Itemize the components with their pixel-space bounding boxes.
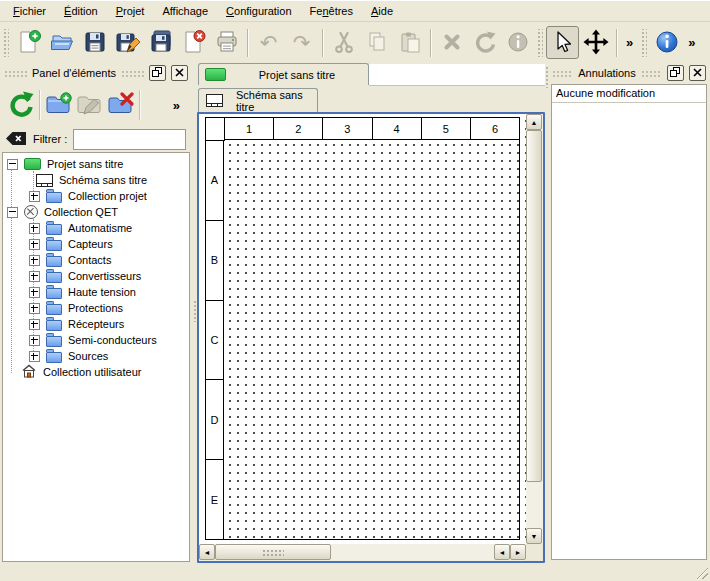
close-panel-button[interactable] xyxy=(171,65,188,81)
tree-item-projet-sans-titre[interactable]: Projet sans titre xyxy=(3,156,189,172)
diagram-frame: 1 2 3 4 5 6 A B C D E xyxy=(205,117,520,540)
open-project-button[interactable] xyxy=(45,26,78,59)
tab-projet-sans-titre[interactable]: Projet sans titre xyxy=(198,63,369,85)
scroll-left-button[interactable]: ◄ xyxy=(199,544,215,560)
filter-label: Filtrer : xyxy=(33,133,67,145)
expand-expander-icon[interactable] xyxy=(29,271,40,282)
schema-view: 1 2 3 4 5 6 A B C D E ▲ ▼ xyxy=(197,112,545,563)
tree-item-automatisme[interactable]: Automatisme xyxy=(3,220,189,236)
collapse-expander-icon[interactable] xyxy=(7,207,18,218)
tree-item-haute-tension[interactable]: Haute tension xyxy=(3,284,189,300)
undo-panel-titlebar[interactable]: Annulations xyxy=(548,62,710,84)
panel-more-chevron[interactable]: » xyxy=(168,98,185,113)
tree-item-collection-utilisateur[interactable]: Collection utilisateur xyxy=(3,364,189,380)
delete-button[interactable] xyxy=(435,26,468,59)
float-panel-button[interactable] xyxy=(667,65,684,81)
elements-panel: Panel d'éléments » Filtrer : xyxy=(0,62,192,581)
menu-configuration[interactable]: Configuration xyxy=(217,3,300,20)
menu-affichage[interactable]: Affichage xyxy=(153,3,217,20)
about-qet-button[interactable] xyxy=(650,26,683,59)
close-document-button[interactable] xyxy=(177,26,210,59)
horizontal-scrollbar[interactable]: ◄ ◄ ► xyxy=(199,544,526,561)
expand-expander-icon[interactable] xyxy=(29,319,40,330)
save-all-button[interactable] xyxy=(144,26,177,59)
select-mode-button[interactable] xyxy=(546,26,579,59)
element-info-button[interactable] xyxy=(501,26,534,59)
reload-collections-button[interactable] xyxy=(5,89,36,121)
expand-expander-icon[interactable] xyxy=(29,287,40,298)
new-document-button[interactable] xyxy=(12,26,45,59)
save-button[interactable] xyxy=(78,26,111,59)
folder-icon xyxy=(46,352,62,363)
copy-button[interactable] xyxy=(360,26,393,59)
tree-item-semi-conducteurs[interactable]: Semi-conducteurs xyxy=(3,332,189,348)
tree-item-protections[interactable]: Protections xyxy=(3,300,189,316)
horizontal-scroll-thumb[interactable] xyxy=(215,544,331,560)
toolbar-drag-handle[interactable] xyxy=(536,29,543,57)
paste-button[interactable] xyxy=(393,26,426,59)
clear-filter-button[interactable] xyxy=(6,131,27,148)
tree-item-schema-sans-titre[interactable]: Schéma sans titre xyxy=(3,172,189,188)
scroll-right-button[interactable]: ► xyxy=(510,544,526,560)
expand-expander-icon[interactable] xyxy=(29,223,40,234)
expand-expander-icon[interactable] xyxy=(29,239,40,250)
rotate-button[interactable] xyxy=(468,26,501,59)
info-gray-icon xyxy=(506,30,530,56)
more-chevron[interactable]: » xyxy=(683,35,700,50)
float-panel-button[interactable] xyxy=(149,65,166,81)
undo-list-item[interactable]: Aucune modification xyxy=(552,85,706,103)
expand-expander-icon[interactable] xyxy=(29,191,40,202)
edit-category-button[interactable] xyxy=(74,89,105,121)
elements-tree[interactable]: Projet sans titre Schéma sans titre Coll… xyxy=(2,152,190,562)
undo-button[interactable]: ↶ xyxy=(252,26,285,59)
undo-history-list[interactable]: Aucune modification xyxy=(551,84,707,560)
print-button[interactable] xyxy=(210,26,243,59)
scroll-down-button[interactable]: ▼ xyxy=(526,528,542,544)
expand-expander-icon[interactable] xyxy=(29,255,40,266)
column-header: 2 xyxy=(274,118,323,139)
folder-icon xyxy=(46,320,62,331)
new-category-button[interactable] xyxy=(43,89,74,121)
tree-item-sources[interactable]: Sources xyxy=(3,348,189,364)
tree-item-convertisseurs[interactable]: Convertisseurs xyxy=(3,268,189,284)
schema-canvas[interactable]: 1 2 3 4 5 6 A B C D E xyxy=(199,114,526,544)
collapse-expander-icon[interactable] xyxy=(7,159,18,170)
column-header: 1 xyxy=(225,118,274,139)
redo-button[interactable]: ↷ xyxy=(285,26,318,59)
scroll-left-button-2[interactable]: ◄ xyxy=(494,544,510,560)
menu-projet[interactable]: Projet xyxy=(107,3,154,20)
toolbar-drag-handle[interactable] xyxy=(640,29,647,57)
cut-button[interactable] xyxy=(327,26,360,59)
move-mode-button[interactable] xyxy=(579,26,612,59)
expand-expander-icon[interactable] xyxy=(29,351,40,362)
vertical-scroll-thumb[interactable] xyxy=(526,130,542,482)
expand-expander-icon[interactable] xyxy=(29,303,40,314)
tree-item-recepteurs[interactable]: Récepteurs xyxy=(3,316,189,332)
filter-input[interactable] xyxy=(73,129,186,150)
expand-expander-icon[interactable] xyxy=(29,335,40,346)
vertical-scrollbar[interactable]: ▲ ▼ xyxy=(526,114,543,544)
more-tools-chevron[interactable]: » xyxy=(621,35,638,50)
toolbar-drag-handle[interactable] xyxy=(2,29,9,57)
elements-panel-titlebar[interactable]: Panel d'éléments xyxy=(0,62,192,84)
tree-item-contacts[interactable]: Contacts xyxy=(3,252,189,268)
scrollbar-corner xyxy=(526,544,543,561)
close-panel-button[interactable] xyxy=(689,65,706,81)
save-as-button[interactable] xyxy=(111,26,144,59)
tree-item-collection-qet[interactable]: Collection QET xyxy=(3,204,189,220)
menu-fichier[interactable]: Fichier xyxy=(4,3,55,20)
tree-item-capteurs[interactable]: Capteurs xyxy=(3,236,189,252)
menu-aide[interactable]: Aide xyxy=(362,3,402,20)
tab-schema-sans-titre[interactable]: Schéma sans titre xyxy=(198,88,318,112)
tree-item-collection-projet[interactable]: Collection projet xyxy=(3,188,189,204)
menu-fenetres[interactable]: Fenêtres xyxy=(301,3,362,20)
folder-icon xyxy=(46,224,62,235)
scroll-up-button[interactable]: ▲ xyxy=(526,114,542,130)
menu-edition[interactable]: Édition xyxy=(55,3,107,20)
column-header: 6 xyxy=(471,118,519,139)
close-icon xyxy=(693,67,702,79)
elements-panel-title: Panel d'éléments xyxy=(32,67,116,79)
qet-logo-icon xyxy=(24,205,38,219)
delete-category-button[interactable] xyxy=(105,89,136,121)
refresh-icon xyxy=(7,91,35,120)
